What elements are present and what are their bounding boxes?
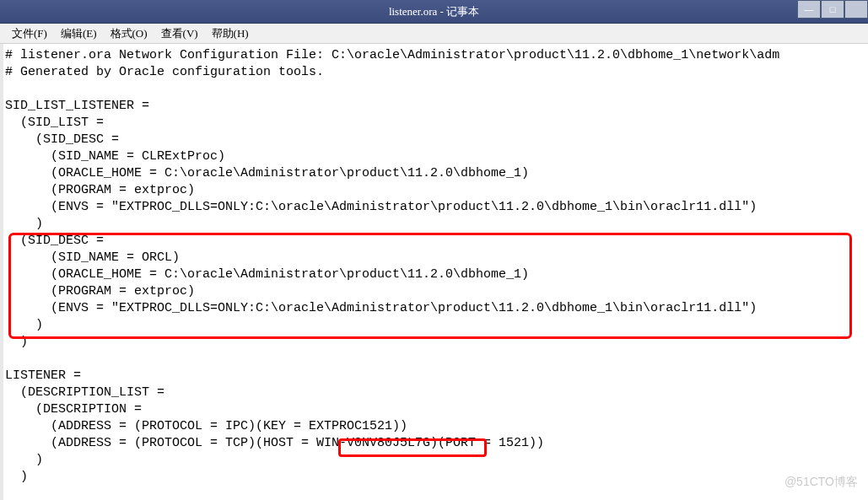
window-controls: — □	[797, 0, 868, 19]
text-line: (PROGRAM = extproc)	[5, 284, 195, 298]
close-button[interactable]	[844, 0, 868, 19]
text-line: (ORACLE_HOME = C:\oracle\Administrator\p…	[5, 166, 529, 180]
text-line: (ENVS = "EXTPROC_DLLS=ONLY:C:\oracle\Adm…	[5, 200, 757, 214]
text-line: )	[5, 335, 28, 349]
text-line: (SID_LIST =	[5, 116, 104, 130]
text-line: # Generated by Oracle configuration tool…	[5, 65, 324, 79]
text-line: (ADDRESS = (PROTOCOL = IPC)(KEY = EXTPRO…	[5, 419, 407, 433]
text-line: (DESCRIPTION =	[5, 402, 142, 417]
text-line: )	[5, 470, 28, 484]
text-line: (SID_DESC =	[5, 132, 119, 147]
menubar: 文件(F) 编辑(E) 格式(O) 查看(V) 帮助(H)	[0, 24, 868, 44]
text-line: (ADDRESS = (PROTOCOL = TCP)(HOST = WIN-V…	[5, 436, 544, 450]
window-title: listener.ora - 记事本	[389, 4, 479, 19]
text-line: SID_LIST_LISTENER =	[5, 99, 149, 113]
menu-file[interactable]: 文件(F)	[5, 24, 54, 43]
titlebar[interactable]: listener.ora - 记事本 — □	[0, 0, 868, 24]
text-line: LISTENER =	[5, 368, 81, 383]
text-line: )	[5, 453, 43, 467]
text-line: (DESCRIPTION_LIST =	[5, 385, 164, 400]
menu-edit[interactable]: 编辑(E)	[54, 24, 104, 43]
text-line: (SID_DESC =	[5, 234, 104, 248]
text-line: )	[5, 217, 43, 231]
menu-format[interactable]: 格式(O)	[104, 24, 154, 43]
minimize-button[interactable]: —	[797, 0, 821, 19]
text-line: (PROGRAM = extproc)	[5, 183, 195, 197]
text-line: (ENVS = "EXTPROC_DLLS=ONLY:C:\oracle\Adm…	[5, 301, 757, 315]
watermark: @51CTO博客	[784, 475, 858, 490]
text-line: (SID_NAME = ORCL)	[5, 250, 180, 265]
maximize-button[interactable]: □	[821, 0, 844, 19]
text-line: (ORACLE_HOME = C:\oracle\Administrator\p…	[5, 267, 529, 282]
menu-view[interactable]: 查看(V)	[154, 24, 205, 43]
menu-help[interactable]: 帮助(H)	[205, 24, 256, 43]
text-line: # listener.ora Network Configuration Fil…	[5, 48, 779, 62]
text-line: (SID_NAME = CLRExtProc)	[5, 149, 225, 164]
text-line: )	[5, 318, 43, 332]
text-editor-content[interactable]: # listener.ora Network Configuration Fil…	[0, 44, 868, 489]
